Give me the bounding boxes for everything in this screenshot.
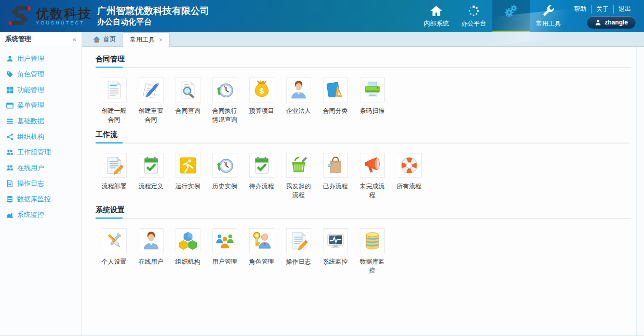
close-icon[interactable]: ×: [159, 37, 163, 43]
company-title: 广州智慧优数科技有限公司 办公自动化平台: [97, 5, 209, 27]
calendar-check-icon: [249, 153, 274, 178]
tag-icon: [6, 71, 14, 78]
sidebar-collapse-button[interactable]: «: [73, 35, 76, 43]
tile-label: 预算项目: [247, 107, 277, 124]
sidebar-item-operation-log[interactable]: 操作日志: [0, 176, 82, 191]
nav-item-label: 内部系统: [424, 19, 449, 28]
notepad-pen-icon: [139, 77, 164, 102]
ruler-square-icon: [323, 77, 348, 102]
tile-todo-process[interactable]: 待办流程: [243, 153, 280, 200]
logo-icon: [8, 5, 31, 28]
tile-label: 已办流程: [320, 182, 351, 200]
sidebar-item-role-management[interactable]: 角色管理: [0, 67, 82, 82]
user-icon: [6, 55, 14, 62]
tile-unfinished-process[interactable]: 未完成流程: [354, 153, 391, 200]
tile-label: 历史实例: [210, 182, 240, 200]
window-icon: [6, 102, 14, 109]
content-panel: 合同管理创建一般合同创建重要合同合同查询合同执行情况查询$预算项目企业法人合同分…: [82, 47, 637, 335]
clock-refresh-icon: [212, 153, 237, 178]
sidebar-item-label: 工作组管理: [17, 148, 51, 157]
tile-enterprise-legal-person[interactable]: 企业法人: [280, 77, 317, 124]
nav-item-label: 系统管理: [499, 19, 524, 28]
sidebar-item-base-data[interactable]: 基础数据: [0, 113, 82, 129]
tile-role-management[interactable]: 角色管理: [243, 228, 280, 275]
tile-operation-log[interactable]: 操作日志: [280, 228, 317, 275]
tile-contract-category[interactable]: 合同分类: [317, 77, 354, 124]
printer-scan-icon: [360, 77, 385, 102]
tile-budget-project[interactable]: $预算项目: [243, 77, 280, 124]
section-workflow: 工作流流程部署流程定义运行实例历史实例待办流程我发起的流程已办流程未完成流程所有…: [96, 130, 631, 200]
tab-common-tools[interactable]: 常用工具×: [123, 32, 170, 47]
document-search-icon: [176, 77, 200, 102]
company-name: 广州智慧优数科技有限公司: [97, 5, 209, 17]
sidebar-item-online-users[interactable]: 在线用户: [0, 160, 82, 176]
nav-item-office-platform[interactable]: 办公平台: [455, 0, 492, 32]
tile-label: 在线用户: [136, 257, 166, 275]
section-contract-management: 合同管理创建一般合同创建重要合同合同查询合同执行情况查询$预算项目企业法人合同分…: [96, 54, 631, 124]
tile-organization[interactable]: 组织机构: [169, 228, 206, 275]
tile-personal-settings[interactable]: 个人设置: [96, 228, 132, 275]
tile-create-important-contract[interactable]: 创建重要合同: [132, 77, 169, 124]
nav-item-system-management[interactable]: 系统管理: [492, 0, 530, 32]
chart-icon: [6, 211, 14, 218]
gears-icon: [504, 4, 518, 18]
help-link[interactable]: 帮助: [569, 5, 591, 14]
tile-contract-execution-query[interactable]: 合同执行情况查询: [206, 77, 243, 124]
sidebar-item-label: 组织机构: [17, 132, 44, 141]
platform-name: 办公自动化平台: [97, 17, 209, 27]
sidebar: 系统管理 « 用户管理角色管理功能管理菜单管理基础数据组织机构工作组管理在线用户…: [0, 32, 82, 335]
sidebar-item-user-management[interactable]: 用户管理: [0, 51, 82, 67]
tile-history-instance[interactable]: 历史实例: [206, 153, 243, 200]
sidebar-item-organization[interactable]: 组织机构: [0, 129, 82, 145]
nav-item-internal-system[interactable]: 内部系统: [418, 0, 455, 32]
tile-label: 创建重要合同: [136, 107, 166, 124]
nav-item-common-tools[interactable]: 常用工具: [530, 0, 567, 32]
sidebar-item-label: 用户管理: [17, 54, 44, 63]
sidebar-item-system-monitor[interactable]: 系统监控: [0, 207, 82, 223]
section-head: 系统设置: [96, 205, 631, 219]
tile-all-process[interactable]: 所有流程: [391, 153, 427, 200]
section-system-settings: 系统设置个人设置在线用户组织机构用户管理角色管理操作日志系统监控数据库监控: [96, 205, 631, 275]
logout-link[interactable]: 退出: [613, 5, 636, 14]
tile-system-monitor[interactable]: 系统监控: [317, 228, 354, 275]
calendar-check-icon: [139, 153, 164, 178]
tile-database-monitor[interactable]: 数据库监控: [354, 228, 391, 275]
tile-online-users[interactable]: 在线用户: [132, 228, 169, 275]
tab-label: 常用工具: [130, 35, 155, 44]
tile-user-management[interactable]: 用户管理: [206, 228, 243, 275]
sidebar-item-label: 数据库监控: [17, 195, 51, 204]
people-group-icon: [212, 228, 237, 253]
runner-icon: [176, 153, 200, 178]
tile-create-general-contract[interactable]: 创建一般合同: [96, 77, 132, 124]
tile-label: 数据库监控: [357, 257, 387, 275]
tile-contract-query[interactable]: 合同查询: [169, 77, 206, 124]
app-body: 系统管理 « 用户管理角色管理功能管理菜单管理基础数据组织机构工作组管理在线用户…: [0, 32, 644, 336]
tile-label: 个人设置: [99, 257, 129, 275]
sidebar-item-label: 操作日志: [17, 179, 44, 188]
username: zhangle: [605, 19, 628, 26]
sidebar-item-database-monitor[interactable]: 数据库监控: [0, 191, 82, 207]
list-icon: [6, 118, 14, 125]
tile-running-instance[interactable]: 运行实例: [169, 153, 206, 200]
sidebar-item-label: 基础数据: [17, 117, 44, 126]
tile-process-deploy[interactable]: 流程部署: [96, 153, 132, 200]
logo-title: 优数科技: [36, 7, 92, 20]
tile-label: 用户管理: [210, 257, 240, 275]
businessman-icon: [139, 228, 164, 253]
tab-home[interactable]: 首页: [86, 32, 123, 46]
tile-my-initiated-process[interactable]: 我发起的流程: [280, 153, 317, 200]
top-nav: 内部系统办公平台系统管理常用工具: [418, 0, 567, 32]
file-icon: [6, 180, 14, 187]
tile-barcode-scan[interactable]: 条码扫描: [354, 77, 391, 124]
sidebar-item-menu-management[interactable]: 菜单管理: [0, 98, 82, 113]
tile-process-definition[interactable]: 流程定义: [132, 153, 169, 200]
tile-done-process[interactable]: 已办流程: [317, 153, 354, 200]
section-head: 工作流: [96, 130, 631, 144]
sidebar-item-function-management[interactable]: 功能管理: [0, 82, 82, 98]
tile-label: 角色管理: [247, 257, 277, 275]
user-menu-button[interactable]: zhangle: [587, 16, 636, 29]
sidebar-item-workgroup-management[interactable]: 工作组管理: [0, 145, 82, 160]
about-link[interactable]: 关于: [591, 5, 613, 14]
sidebar-item-label: 角色管理: [17, 70, 44, 79]
tile-label: 我发起的流程: [284, 182, 314, 200]
